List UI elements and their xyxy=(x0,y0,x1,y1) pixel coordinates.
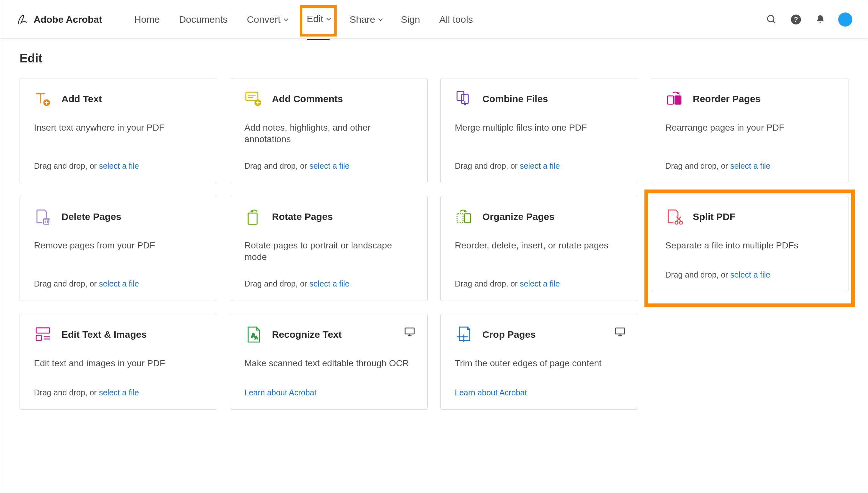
select-file-link[interactable]: select a file xyxy=(310,279,350,288)
nav-convert-label: Convert xyxy=(247,14,280,25)
card-reorder-pages[interactable]: Reorder Pages Rearrange pages in your PD… xyxy=(651,78,848,183)
card-edit-text-images[interactable]: Edit Text & Images Edit text and images … xyxy=(20,314,217,410)
main-nav: Home Documents Convert Edit Share Sign A… xyxy=(128,3,480,37)
reorder-pages-icon xyxy=(665,90,683,108)
card-title: Rotate Pages xyxy=(272,211,333,222)
split-pdf-icon xyxy=(665,208,683,226)
learn-about-acrobat-link[interactable]: Learn about Acrobat xyxy=(455,388,527,397)
nav-alltools[interactable]: All tools xyxy=(433,11,480,28)
card-desc: Make scanned text editable through OCR xyxy=(245,358,413,369)
card-title: Organize Pages xyxy=(482,211,554,222)
card-add-comments[interactable]: Add Comments Add notes, highlights, and … xyxy=(230,78,428,183)
drag-text: Drag and drop, or xyxy=(665,270,730,279)
card-foot: Learn about Acrobat xyxy=(455,388,623,397)
nav-edit[interactable]: Edit xyxy=(300,5,337,37)
svg-rect-14 xyxy=(464,214,470,222)
delete-pages-icon xyxy=(34,208,52,226)
select-file-link[interactable]: select a file xyxy=(310,162,350,170)
card-desc: Rearrange pages in your PDF xyxy=(665,122,834,133)
card-title: Edit Text & Images xyxy=(62,329,147,340)
svg-rect-9 xyxy=(668,96,674,104)
page-title: Edit xyxy=(20,51,848,65)
svg-rect-18 xyxy=(36,335,41,340)
topbar-right: ? xyxy=(765,13,852,26)
nav-home[interactable]: Home xyxy=(128,11,166,28)
desktop-icon xyxy=(404,326,415,338)
svg-rect-17 xyxy=(36,328,50,333)
nav-convert[interactable]: Convert xyxy=(240,11,293,28)
card-add-text[interactable]: Add Text Insert text anywhere in your PD… xyxy=(20,78,217,183)
combine-files-icon xyxy=(455,90,473,108)
organize-pages-icon xyxy=(455,208,473,226)
rotate-pages-icon xyxy=(245,208,262,226)
select-file-link[interactable]: select a file xyxy=(520,162,560,170)
svg-point-15 xyxy=(675,221,678,224)
chevron-down-icon xyxy=(284,16,288,21)
card-title: Crop Pages xyxy=(482,329,536,340)
card-organize-pages[interactable]: Organize Pages Reorder, delete, insert, … xyxy=(440,196,638,301)
select-file-link[interactable]: select a file xyxy=(730,270,770,279)
card-title: Split PDF xyxy=(693,211,735,222)
svg-rect-12 xyxy=(248,213,257,224)
card-foot: Drag and drop, or select a file xyxy=(455,162,623,171)
svg-point-16 xyxy=(679,221,682,224)
select-file-link[interactable]: select a file xyxy=(99,162,139,170)
card-title: Recognize Text xyxy=(272,329,342,340)
card-split-pdf[interactable]: Split PDF Separate a file into multiple … xyxy=(651,196,848,292)
svg-rect-22 xyxy=(616,328,624,334)
drag-text: Drag and drop, or xyxy=(34,388,99,397)
select-file-link[interactable]: select a file xyxy=(520,279,560,288)
crop-pages-icon xyxy=(455,326,473,343)
card-foot: Drag and drop, or select a file xyxy=(665,162,834,171)
desktop-icon xyxy=(615,326,626,338)
svg-line-1 xyxy=(773,21,775,23)
recognize-text-icon: AA xyxy=(245,326,262,343)
svg-rect-11 xyxy=(44,219,49,224)
select-file-link[interactable]: select a file xyxy=(99,388,139,397)
chevron-down-icon xyxy=(326,16,331,20)
nav-sign[interactable]: Sign xyxy=(394,11,426,28)
drag-text: Drag and drop, or xyxy=(34,279,99,288)
nav-documents[interactable]: Documents xyxy=(173,11,234,28)
card-foot: Drag and drop, or select a file xyxy=(34,279,203,288)
user-avatar[interactable] xyxy=(838,13,852,26)
card-desc: Separate a file into multiple PDFs xyxy=(665,240,834,251)
card-rotate-pages[interactable]: Rotate Pages Rotate pages to portrait or… xyxy=(230,196,428,301)
card-foot: Drag and drop, or select a file xyxy=(665,270,834,279)
svg-text:A: A xyxy=(255,335,258,340)
drag-text: Drag and drop, or xyxy=(455,162,520,170)
card-title: Add Text xyxy=(62,93,102,104)
notifications-icon[interactable] xyxy=(814,13,827,26)
card-foot: Drag and drop, or select a file xyxy=(455,279,623,288)
card-desc: Rotate pages to portrait or landscape mo… xyxy=(245,240,413,263)
card-recognize-text[interactable]: AA Recognize Text Make scanned text edit… xyxy=(230,314,428,410)
select-file-link[interactable]: select a file xyxy=(730,162,770,170)
search-icon[interactable] xyxy=(765,13,778,26)
nav-home-label: Home xyxy=(134,14,160,25)
content: Edit Add Text Insert text anywhere in yo… xyxy=(0,39,868,423)
add-comments-icon xyxy=(245,90,262,108)
svg-rect-5 xyxy=(246,92,258,101)
svg-point-0 xyxy=(767,15,774,22)
select-file-link[interactable]: select a file xyxy=(99,279,139,288)
learn-about-acrobat-link[interactable]: Learn about Acrobat xyxy=(245,388,316,397)
nav-share-label: Share xyxy=(350,14,375,25)
nav-documents-label: Documents xyxy=(179,14,228,25)
card-foot: Drag and drop, or select a file xyxy=(34,388,203,397)
svg-rect-19 xyxy=(405,328,414,334)
help-icon[interactable]: ? xyxy=(789,13,802,26)
topbar: Adobe Acrobat Home Documents Convert Edi… xyxy=(0,0,868,39)
svg-rect-7 xyxy=(457,91,464,101)
card-title: Add Comments xyxy=(272,93,343,104)
card-desc: Reorder, delete, insert, or rotate pages xyxy=(455,240,623,251)
drag-text: Drag and drop, or xyxy=(455,279,520,288)
card-crop-pages[interactable]: Crop Pages Trim the outer edges of page … xyxy=(440,314,638,410)
card-delete-pages[interactable]: Delete Pages Remove pages from your PDF … xyxy=(20,196,217,301)
drag-text: Drag and drop, or xyxy=(245,279,310,288)
svg-rect-10 xyxy=(675,96,681,104)
chevron-down-icon xyxy=(379,16,383,21)
nav-share[interactable]: Share xyxy=(343,11,388,28)
drag-text: Drag and drop, or xyxy=(665,162,730,170)
card-combine-files[interactable]: Combine Files Merge multiple files into … xyxy=(440,78,638,183)
drag-text: Drag and drop, or xyxy=(245,162,310,170)
